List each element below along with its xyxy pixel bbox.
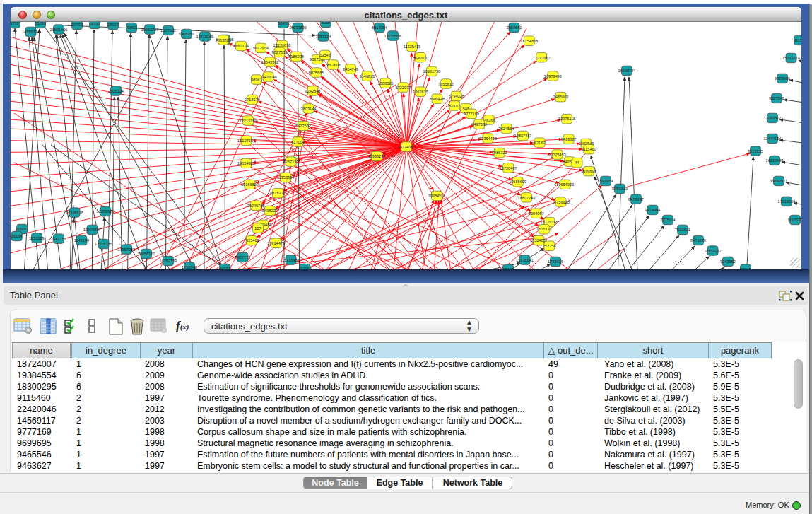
- svg-text:157164: 157164: [298, 267, 312, 269]
- svg-text:9329966: 9329966: [775, 76, 790, 81]
- svg-text:9146821: 9146821: [360, 74, 375, 78]
- svg-text:9242848: 9242848: [305, 89, 321, 93]
- svg-text:15136141: 15136141: [516, 258, 534, 262]
- svg-text:1712: 1712: [11, 22, 19, 25]
- svg-text:7663822: 7663822: [216, 38, 231, 42]
- svg-text:2687682: 2687682: [507, 25, 522, 30]
- svg-text:16120746: 16120746: [541, 220, 558, 224]
- svg-text:9827503: 9827503: [272, 50, 288, 54]
- svg-text:8454749: 8454749: [343, 67, 358, 71]
- svg-text:19654923: 19654923: [556, 182, 574, 187]
- svg-text:19218506: 19218506: [384, 34, 402, 38]
- svg-text:18807249: 18807249: [518, 196, 536, 200]
- svg-text:252254: 252254: [543, 244, 556, 248]
- svg-text:9389213: 9389213: [612, 187, 628, 191]
- svg-text:5322037: 5322037: [396, 86, 411, 90]
- svg-text:7986322: 7986322: [492, 151, 507, 155]
- svg-text:9474444: 9474444: [645, 208, 661, 212]
- svg-text:16914479: 16914479: [267, 241, 285, 245]
- svg-text:44: 44: [575, 160, 579, 165]
- svg-text:1362615: 1362615: [413, 90, 428, 94]
- svg-text:10411: 10411: [278, 22, 288, 25]
- svg-text:16210643: 16210643: [766, 158, 784, 163]
- svg-text:8660124: 8660124: [233, 44, 249, 48]
- svg-text:10807487: 10807487: [514, 134, 532, 138]
- svg-text:8427552: 8427552: [295, 124, 311, 128]
- svg-text:9862: 9862: [127, 25, 136, 30]
- svg-text:6497568: 6497568: [471, 122, 487, 127]
- svg-text:10654112: 10654112: [704, 249, 721, 253]
- svg-text:16782759: 16782759: [160, 259, 177, 263]
- svg-text:9227342: 9227342: [769, 96, 784, 100]
- svg-text:12213389: 12213389: [240, 119, 257, 123]
- svg-text:10653267: 10653267: [141, 28, 159, 32]
- svg-text:12505185: 12505185: [95, 242, 112, 246]
- svg-text:6794028: 6794028: [449, 94, 464, 98]
- svg-text:8640910: 8640910: [413, 56, 428, 60]
- svg-text:19166829: 19166829: [241, 182, 259, 187]
- svg-text:18637: 18637: [107, 23, 119, 27]
- svg-text:11325419: 11325419: [404, 45, 420, 49]
- svg-text:16648784: 16648784: [618, 69, 636, 73]
- svg-text:1615112: 1615112: [536, 227, 551, 231]
- svg-text:2905334: 2905334: [108, 89, 124, 93]
- svg-text:2942757: 2942757: [51, 237, 66, 241]
- svg-text:16543382: 16543382: [261, 60, 279, 64]
- svg-text:8160: 8160: [322, 22, 330, 25]
- svg-text:15751074: 15751074: [782, 56, 800, 60]
- svg-text:9245652: 9245652: [720, 259, 736, 264]
- svg-text:7632621: 7632621: [675, 228, 690, 232]
- svg-text:2867608: 2867608: [325, 63, 341, 67]
- svg-text:1292348: 1292348: [182, 265, 197, 269]
- svg-text:6479197: 6479197: [628, 197, 644, 201]
- svg-text:6466160: 6466160: [179, 32, 194, 36]
- svg-text:1145194: 1145194: [74, 238, 89, 243]
- svg-text:94577: 94577: [219, 267, 230, 269]
- svg-text:9115460: 9115460: [581, 147, 596, 151]
- svg-text:8215955: 8215955: [748, 149, 763, 153]
- svg-text:1640954: 1640954: [598, 179, 613, 183]
- svg-text:16033809: 16033809: [289, 25, 307, 30]
- svg-text:7625402: 7625402: [244, 238, 259, 243]
- svg-text:39154: 39154: [11, 234, 23, 238]
- svg-text:2803144: 2803144: [301, 107, 317, 111]
- svg-text:1621072: 1621072: [447, 104, 462, 108]
- svg-text:16107554: 16107554: [237, 139, 255, 143]
- svg-text:16154808: 16154808: [520, 39, 538, 43]
- svg-text:13226058: 13226058: [273, 43, 291, 47]
- svg-text:19654925: 19654925: [237, 161, 255, 165]
- svg-text:62160: 62160: [534, 141, 546, 145]
- svg-text:1588520: 1588520: [378, 81, 394, 86]
- svg-text:17957255: 17957255: [118, 247, 136, 252]
- svg-text:10756928: 10756928: [552, 200, 570, 204]
- svg-text:26206578: 26206578: [66, 211, 83, 215]
- svg-text:7485003: 7485003: [553, 95, 569, 99]
- svg-text:817004: 817004: [291, 140, 305, 144]
- svg-text:1733426: 1733426: [548, 259, 563, 264]
- svg-text:9777169: 9777169: [464, 112, 479, 116]
- svg-text:20693: 20693: [35, 22, 46, 25]
- svg-text:8912954: 8912954: [253, 46, 269, 50]
- svg-text:16046758: 16046758: [247, 204, 265, 208]
- svg-text:8267130: 8267130: [283, 160, 299, 164]
- svg-text:12975115: 12975115: [558, 117, 575, 121]
- svg-text:16331: 16331: [89, 22, 100, 26]
- svg-text:8186328: 8186328: [288, 54, 304, 59]
- svg-text:20364436: 20364436: [479, 136, 497, 141]
- svg-text:127: 127: [254, 226, 261, 230]
- svg-text:20691406: 20691406: [50, 28, 68, 32]
- svg-text:17359926: 17359926: [97, 209, 114, 214]
- svg-text:9699695: 9699695: [581, 169, 596, 173]
- svg-text:1156829: 1156829: [29, 236, 44, 240]
- svg-text:9457771: 9457771: [235, 255, 251, 259]
- svg-text:15720407: 15720407: [500, 166, 517, 170]
- svg-text:10958107: 10958107: [138, 252, 155, 256]
- svg-text:14055714: 14055714: [22, 30, 40, 34]
- svg-text:18300295: 18300295: [368, 154, 386, 158]
- svg-text:19384554: 19384554: [428, 194, 446, 198]
- svg-text:7357224: 7357224: [316, 35, 331, 39]
- svg-text:8813054: 8813054: [372, 25, 387, 30]
- svg-text:13546: 13546: [319, 53, 331, 57]
- svg-text:10975887: 10975887: [83, 228, 101, 232]
- svg-text:15136: 15136: [502, 267, 514, 269]
